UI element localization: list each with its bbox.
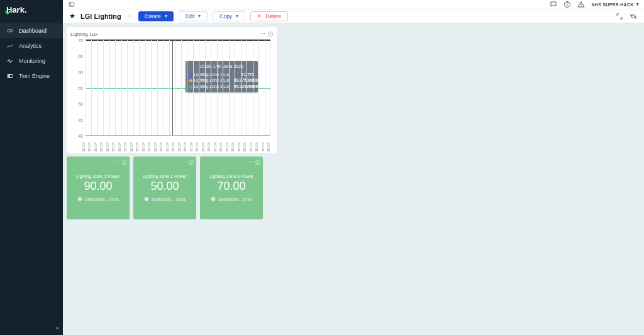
action-bar: ★ LGI Lighting › Create ▾ Edit ▾ Copy ▾ … [63,9,644,23]
card-title: Lighting Zone 1 Power [76,174,120,178]
twin-engine-icon [6,72,14,80]
menu-toggle-icon[interactable] [68,1,75,8]
card-value: 70.00 [217,180,245,193]
create-button[interactable]: Create ▾ [138,11,174,21]
chevron-down-icon: ▾ [198,13,201,19]
close-icon: ✕ [257,13,262,19]
nav-list: Dashboard Analytics Monitoring Twin Engi… [0,23,63,84]
dashboard-icon [6,27,14,35]
more-icon[interactable]: ⋯ [182,159,187,166]
page-title: LGI Lighting [80,13,121,20]
chart-panel: Lighting Lux ⋯ ⓘ 40455055606570 [67,27,277,153]
clock-icon: 🕒 [211,197,216,202]
copy-button[interactable]: Copy ▾ [213,11,245,21]
svg-point-6 [567,6,568,6]
chevron-right-icon: › [126,13,133,19]
chevron-down-icon: ▾ [236,13,238,19]
chevron-down-icon: ▾ [636,2,639,7]
card-timestamp: 14/06/2023 - 15:54 [218,197,252,202]
content-area: Lighting Lux ⋯ ⓘ 40455055606570 [63,23,644,335]
chevron-down-icon: ▾ [165,13,167,19]
sidebar-item-dashboard[interactable]: Dashboard [0,23,63,38]
chart-hover-line [172,40,173,135]
chart-plot: 15:06, 14th June 2023 Lighting Zone 1 Lu… [86,40,270,136]
info-icon[interactable]: ⓘ [189,159,194,166]
card-title: Lighting Zone 3 Power [209,174,253,178]
info-icon[interactable]: ⓘ [268,31,273,38]
user-menu[interactable]: NHS SUPER HACK ▾ [591,2,639,7]
more-icon[interactable]: ⋯ [260,31,265,38]
sidebar-item-label: Dashboard [19,28,47,34]
chart-area[interactable]: 40455055606570 15:06, 14th June 2023 Lig… [70,40,273,147]
sidebar-item-monitoring[interactable]: Monitoring [0,53,63,69]
monitoring-icon [6,57,14,65]
clock-icon: 🕒 [144,197,149,202]
button-label: Copy [219,13,232,19]
series-line-zone1 [86,39,270,40]
clock-icon: 🕒 [77,197,82,202]
more-icon[interactable]: ⋯ [115,159,120,166]
brand-logo[interactable]: Hark. [0,0,63,19]
sidebar-item-analytics[interactable]: Analytics [0,38,63,53]
button-label: Edit [186,13,195,19]
info-icon[interactable]: ⓘ [122,159,127,166]
button-label: Create [145,13,161,19]
svg-rect-3 [69,3,74,7]
panel-title: Lighting Lux [70,31,97,37]
sidebar-item-label: Twin Engine [19,73,50,79]
refresh-icon[interactable] [629,12,638,21]
chat-icon[interactable] [550,1,557,8]
metric-card-zone1[interactable]: ⋯ⓘ Lighting Zone 1 Power 90.00 🕒14/06/20… [67,157,130,219]
card-value: 90.00 [84,180,112,193]
brand-accent-icon [5,8,8,10]
expand-icon[interactable] [615,12,624,21]
card-timestamp: 14/06/2023 - 15:54 [151,197,186,202]
metric-card-zone3[interactable]: ⋯ⓘ Lighting Zone 3 Power 70.00 🕒14/06/20… [200,157,263,219]
sidebar: Hark. Dashboard Analytics Monitoring Twi… [0,0,63,335]
help-icon[interactable] [564,1,571,8]
main-area: NHS SUPER HACK ▾ ★ LGI Lighting › Create… [63,0,644,335]
analytics-icon [6,42,14,50]
svg-point-8 [581,6,582,6]
sidebar-item-label: Analytics [19,43,42,49]
alert-icon[interactable] [577,1,585,8]
topbar: NHS SUPER HACK ▾ [63,0,644,9]
info-icon[interactable]: ⓘ [255,159,260,166]
delete-button[interactable]: ✕ Delete [250,11,288,21]
chart-x-axis: 15:0415:0415:0415:0415:0415:0415:0415:04… [86,136,270,147]
sidebar-item-twin-engine[interactable]: Twin Engine [0,69,63,84]
card-timestamp: 14/06/2023 - 15:54 [84,197,119,202]
card-value: 50.00 [150,180,179,193]
favorite-star-icon[interactable]: ★ [69,12,75,20]
chart-y-axis: 40455055606570 [70,40,84,136]
edit-button[interactable]: Edit ▾ [179,11,208,21]
svg-rect-2 [9,75,10,77]
metric-card-zone2[interactable]: ⋯ⓘ Lighting Zone 2 Power 50.00 🕒14/06/20… [133,157,196,219]
user-label: NHS SUPER HACK [591,3,633,7]
more-icon[interactable]: ⋯ [248,159,253,166]
button-label: Delete [265,13,281,19]
sidebar-collapse-icon[interactable]: « [55,324,59,331]
card-title: Lighting Zone 2 Power [143,174,187,178]
sidebar-item-label: Monitoring [19,58,45,64]
